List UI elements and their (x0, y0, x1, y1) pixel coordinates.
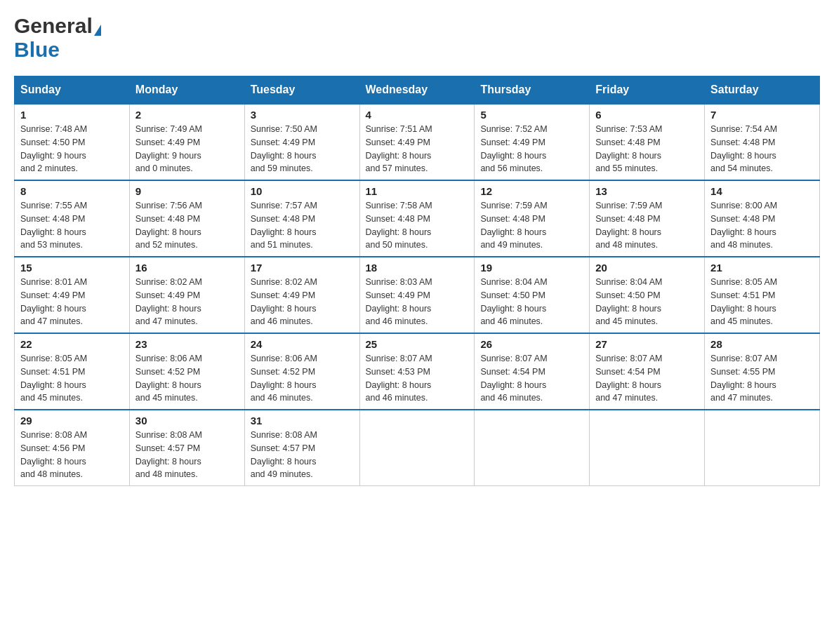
day-number: 3 (251, 109, 354, 121)
day-cell: 25 Sunrise: 8:07 AMSunset: 4:53 PMDaylig… (359, 333, 475, 410)
day-number: 9 (135, 185, 239, 197)
day-number: 30 (135, 415, 239, 427)
day-cell: 8 Sunrise: 7:55 AMSunset: 4:48 PMDayligh… (15, 180, 130, 257)
day-number: 2 (135, 109, 239, 121)
day-info: Sunrise: 7:50 AMSunset: 4:49 PMDaylight:… (251, 123, 354, 175)
day-number: 23 (135, 338, 239, 350)
day-number: 1 (20, 109, 124, 121)
logo-triangle-icon (94, 25, 101, 36)
day-number: 15 (20, 262, 124, 274)
day-cell: 9 Sunrise: 7:56 AMSunset: 4:48 PMDayligh… (129, 180, 244, 257)
day-cell (705, 410, 820, 486)
day-info: Sunrise: 7:59 AMSunset: 4:48 PMDaylight:… (480, 199, 583, 252)
day-info: Sunrise: 7:58 AMSunset: 4:48 PMDaylight:… (366, 199, 469, 252)
day-info: Sunrise: 7:56 AMSunset: 4:48 PMDaylight:… (135, 199, 239, 252)
day-info: Sunrise: 8:04 AMSunset: 4:50 PMDaylight:… (480, 276, 583, 328)
logo-general-line: General (14, 14, 101, 38)
day-cell: 17 Sunrise: 8:02 AMSunset: 4:49 PMDaylig… (244, 257, 359, 333)
col-header-thursday: Thursday (475, 76, 590, 105)
header-row: SundayMondayTuesdayWednesdayThursdayFrid… (15, 76, 820, 105)
col-header-tuesday: Tuesday (244, 76, 359, 105)
day-info: Sunrise: 8:07 AMSunset: 4:53 PMDaylight:… (366, 352, 469, 405)
day-info: Sunrise: 7:53 AMSunset: 4:48 PMDaylight:… (595, 123, 699, 175)
day-info: Sunrise: 8:02 AMSunset: 4:49 PMDaylight:… (135, 276, 239, 328)
day-number: 11 (366, 185, 469, 197)
col-header-friday: Friday (590, 76, 705, 105)
col-header-saturday: Saturday (705, 76, 820, 105)
day-info: Sunrise: 8:07 AMSunset: 4:54 PMDaylight:… (595, 352, 699, 405)
day-info: Sunrise: 8:06 AMSunset: 4:52 PMDaylight:… (135, 352, 239, 405)
day-number: 8 (20, 185, 124, 197)
day-number: 24 (251, 338, 354, 350)
day-info: Sunrise: 8:06 AMSunset: 4:52 PMDaylight:… (251, 352, 354, 405)
day-info: Sunrise: 8:08 AMSunset: 4:57 PMDaylight:… (251, 429, 354, 481)
day-number: 31 (251, 415, 354, 427)
day-cell: 24 Sunrise: 8:06 AMSunset: 4:52 PMDaylig… (244, 333, 359, 410)
day-number: 21 (710, 262, 814, 274)
day-number: 13 (595, 185, 699, 197)
day-cell: 2 Sunrise: 7:49 AMSunset: 4:49 PMDayligh… (129, 104, 244, 180)
day-cell: 6 Sunrise: 7:53 AMSunset: 4:48 PMDayligh… (590, 104, 705, 180)
day-number: 19 (480, 262, 583, 274)
calendar-table: SundayMondayTuesdayWednesdayThursdayFrid… (14, 76, 820, 486)
logo-general-text: General (14, 14, 93, 37)
day-cell: 26 Sunrise: 8:07 AMSunset: 4:54 PMDaylig… (475, 333, 590, 410)
day-cell: 3 Sunrise: 7:50 AMSunset: 4:49 PMDayligh… (244, 104, 359, 180)
day-number: 10 (251, 185, 354, 197)
day-number: 27 (595, 338, 699, 350)
col-header-wednesday: Wednesday (359, 76, 475, 105)
page-header: General Blue (14, 14, 820, 62)
day-cell: 15 Sunrise: 8:01 AMSunset: 4:49 PMDaylig… (15, 257, 130, 333)
col-header-sunday: Sunday (15, 76, 130, 105)
day-info: Sunrise: 8:05 AMSunset: 4:51 PMDaylight:… (20, 352, 124, 405)
day-number: 4 (366, 109, 469, 121)
day-info: Sunrise: 8:00 AMSunset: 4:48 PMDaylight:… (710, 199, 814, 252)
day-cell: 28 Sunrise: 8:07 AMSunset: 4:55 PMDaylig… (705, 333, 820, 410)
day-number: 29 (20, 415, 124, 427)
day-info: Sunrise: 8:01 AMSunset: 4:49 PMDaylight:… (20, 276, 124, 328)
day-info: Sunrise: 8:05 AMSunset: 4:51 PMDaylight:… (710, 276, 814, 328)
week-row-1: 1 Sunrise: 7:48 AMSunset: 4:50 PMDayligh… (15, 104, 820, 180)
day-info: Sunrise: 7:54 AMSunset: 4:48 PMDaylight:… (710, 123, 814, 175)
day-cell: 10 Sunrise: 7:57 AMSunset: 4:48 PMDaylig… (244, 180, 359, 257)
day-cell: 12 Sunrise: 7:59 AMSunset: 4:48 PMDaylig… (475, 180, 590, 257)
day-cell: 20 Sunrise: 8:04 AMSunset: 4:50 PMDaylig… (590, 257, 705, 333)
day-info: Sunrise: 7:52 AMSunset: 4:49 PMDaylight:… (480, 123, 583, 175)
day-number: 14 (710, 185, 814, 197)
col-header-monday: Monday (129, 76, 244, 105)
day-cell: 31 Sunrise: 8:08 AMSunset: 4:57 PMDaylig… (244, 410, 359, 486)
day-info: Sunrise: 7:48 AMSunset: 4:50 PMDaylight:… (20, 123, 124, 175)
day-cell (475, 410, 590, 486)
day-number: 25 (366, 338, 469, 350)
day-cell: 18 Sunrise: 8:03 AMSunset: 4:49 PMDaylig… (359, 257, 475, 333)
day-number: 7 (710, 109, 814, 121)
day-cell: 4 Sunrise: 7:51 AMSunset: 4:49 PMDayligh… (359, 104, 475, 180)
logo: General Blue (14, 14, 101, 62)
day-number: 5 (480, 109, 583, 121)
week-row-5: 29 Sunrise: 8:08 AMSunset: 4:56 PMDaylig… (15, 410, 820, 486)
day-info: Sunrise: 7:49 AMSunset: 4:49 PMDaylight:… (135, 123, 239, 175)
day-cell: 16 Sunrise: 8:02 AMSunset: 4:49 PMDaylig… (129, 257, 244, 333)
day-cell: 22 Sunrise: 8:05 AMSunset: 4:51 PMDaylig… (15, 333, 130, 410)
day-number: 20 (595, 262, 699, 274)
day-info: Sunrise: 8:04 AMSunset: 4:50 PMDaylight:… (595, 276, 699, 328)
day-info: Sunrise: 8:03 AMSunset: 4:49 PMDaylight:… (366, 276, 469, 328)
day-info: Sunrise: 8:08 AMSunset: 4:56 PMDaylight:… (20, 429, 124, 481)
day-cell: 19 Sunrise: 8:04 AMSunset: 4:50 PMDaylig… (475, 257, 590, 333)
day-number: 16 (135, 262, 239, 274)
day-cell: 14 Sunrise: 8:00 AMSunset: 4:48 PMDaylig… (705, 180, 820, 257)
day-number: 26 (480, 338, 583, 350)
day-cell: 7 Sunrise: 7:54 AMSunset: 4:48 PMDayligh… (705, 104, 820, 180)
day-info: Sunrise: 7:57 AMSunset: 4:48 PMDaylight:… (251, 199, 354, 252)
day-cell: 21 Sunrise: 8:05 AMSunset: 4:51 PMDaylig… (705, 257, 820, 333)
day-info: Sunrise: 8:02 AMSunset: 4:49 PMDaylight:… (251, 276, 354, 328)
day-cell: 30 Sunrise: 8:08 AMSunset: 4:57 PMDaylig… (129, 410, 244, 486)
day-info: Sunrise: 8:07 AMSunset: 4:54 PMDaylight:… (480, 352, 583, 405)
day-info: Sunrise: 8:08 AMSunset: 4:57 PMDaylight:… (135, 429, 239, 481)
day-info: Sunrise: 7:59 AMSunset: 4:48 PMDaylight:… (595, 199, 699, 252)
day-cell: 5 Sunrise: 7:52 AMSunset: 4:49 PMDayligh… (475, 104, 590, 180)
day-number: 17 (251, 262, 354, 274)
day-cell (590, 410, 705, 486)
day-cell: 11 Sunrise: 7:58 AMSunset: 4:48 PMDaylig… (359, 180, 475, 257)
day-number: 28 (710, 338, 814, 350)
